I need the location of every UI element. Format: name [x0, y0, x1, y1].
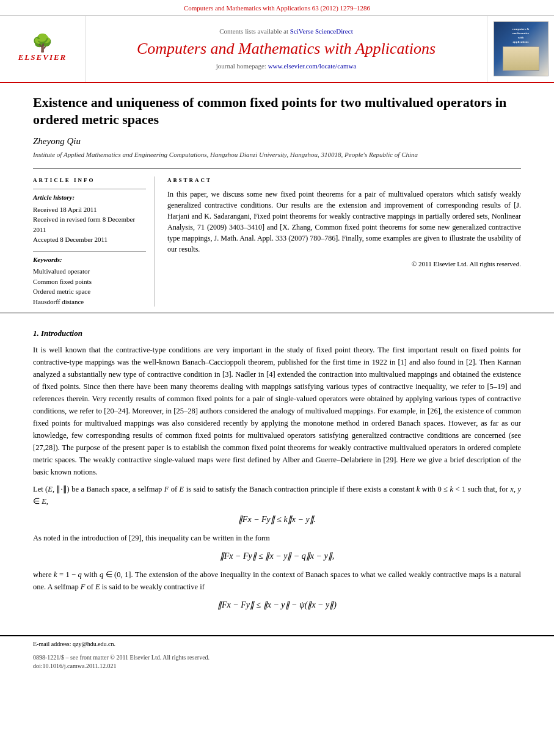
abstract-label: ABSTRACT: [167, 176, 521, 184]
article-body: 1. Introduction It is well known that th…: [0, 313, 554, 629]
accepted-date: Accepted 8 December 2011: [33, 234, 146, 245]
footer-info: 0898-1221/$ – see front matter © 2011 El…: [0, 651, 554, 673]
elsevier-brand: ELSEVIER: [18, 53, 67, 62]
keyword-1: Multivalued operator: [33, 266, 146, 277]
abstract-text: In this paper, we discuss some new fixed…: [167, 189, 521, 255]
intro-para-1: It is well known that the contractive-ty…: [33, 344, 521, 478]
journal-thumbnail-area: computers & mathematics with application…: [487, 16, 554, 82]
affiliation: Institute of Applied Mathematics and Eng…: [33, 150, 521, 159]
article-history: Article history: Received 18 April 2011 …: [33, 189, 146, 244]
email-link[interactable]: qzy@hdu.edu.cn.: [73, 641, 115, 647]
footer-line-1: 0898-1221/$ – see front matter © 2011 El…: [33, 653, 521, 662]
journal-thumbnail: computers & mathematics with application…: [494, 21, 549, 76]
author-name: Zheyong Qiu: [33, 135, 521, 148]
section-1-heading: 1. Introduction: [33, 328, 521, 339]
equation-1: ‖Fx − Fy‖ ≤ k‖x − y‖.: [33, 514, 521, 526]
abstract-column: ABSTRACT In this paper, we discuss some …: [167, 176, 521, 307]
keyword-3: Ordered metric space: [33, 286, 146, 297]
article-meta: Existence and uniqueness of common fixed…: [0, 83, 554, 313]
tree-icon: 🌳: [18, 35, 67, 52]
keyword-2: Common fixed points: [33, 277, 146, 287]
homepage-link[interactable]: www.elsevier.com/locate/camwa: [268, 62, 357, 70]
article-info-column: ARTICLE INFO Article history: Received 1…: [33, 176, 155, 307]
received-date-1: Received 18 April 2011: [33, 205, 146, 215]
elsevier-logo: 🌳 ELSEVIER: [18, 35, 67, 63]
journal-reference: Computers and Mathematics with Applicati…: [0, 0, 554, 16]
article-history-title: Article history:: [33, 193, 146, 202]
equation-3: ‖Fx − Fy‖ ≤ ‖x − y‖ − ψ(‖x − y‖): [33, 599, 521, 611]
received-date-2: Received in revised form 8 December 2011: [33, 214, 146, 234]
journal-header: 🌳 ELSEVIER Contents lists available at S…: [0, 16, 554, 83]
article-info-abstract: ARTICLE INFO Article history: Received 1…: [33, 169, 521, 307]
footnote-area: E-mail address: qzy@hdu.edu.cn.: [0, 635, 554, 651]
journal-title: Computers and Mathematics with Applicati…: [137, 39, 436, 58]
elsevier-logo-area: 🌳 ELSEVIER: [0, 16, 86, 82]
journal-homepage: journal homepage: www.elsevier.com/locat…: [216, 62, 357, 71]
copyright: © 2011 Elsevier Ltd. All rights reserved…: [167, 260, 521, 269]
equation-2: ‖Fx − Fy‖ ≤ ‖x − y‖ − q‖x − y‖,: [33, 550, 521, 562]
footer-line-2: doi:10.1016/j.camwa.2011.12.021: [33, 662, 521, 671]
contents-available: Contents lists available at SciVerse Sci…: [219, 27, 352, 36]
intro-para-3: As noted in the introduction of [29], th…: [33, 532, 521, 544]
keywords-section: Keywords: Multivalued operator Common fi…: [33, 251, 146, 307]
sciverse-link[interactable]: SciVerse ScienceDirect: [290, 27, 353, 35]
journal-title-area: Contents lists available at SciVerse Sci…: [86, 16, 487, 82]
keywords-title: Keywords:: [33, 255, 146, 264]
intro-para-2: Let (E, ‖·‖) be a Banach space, a selfma…: [33, 483, 521, 507]
email-label: E-mail address:: [33, 641, 71, 647]
intro-para-4: where k = 1 − q with q ∈ (0, 1]. The ext…: [33, 569, 521, 593]
keyword-4: Hausdorff distance: [33, 297, 146, 307]
article-info-label: ARTICLE INFO: [33, 176, 146, 184]
article-title: Existence and uniqueness of common fixed…: [33, 94, 521, 128]
